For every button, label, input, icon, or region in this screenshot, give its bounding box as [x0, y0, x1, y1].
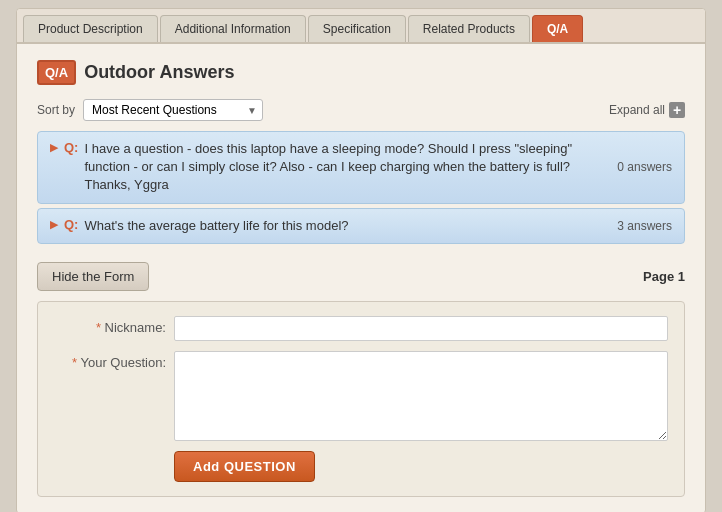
- question-row: * Your Question:: [54, 351, 668, 441]
- hide-form-button[interactable]: Hide the Form: [37, 262, 149, 291]
- qa-logo: Q/A: [37, 60, 76, 85]
- sort-bar: Sort by Most Recent Questions Most Answe…: [37, 99, 685, 121]
- add-question-button[interactable]: Add QUESTION: [174, 451, 315, 482]
- tabs-bar: Product Description Additional Informati…: [17, 9, 705, 44]
- sort-label: Sort by: [37, 103, 75, 117]
- tab-additional-information[interactable]: Additional Information: [160, 15, 306, 42]
- nickname-row: * Nickname:: [54, 316, 668, 341]
- qa-header: Q/A Outdoor Answers: [37, 60, 685, 85]
- tab-related-products[interactable]: Related Products: [408, 15, 530, 42]
- question-q-label-1: Q:: [64, 140, 78, 155]
- main-container: Product Description Additional Informati…: [16, 8, 706, 512]
- sort-select[interactable]: Most Recent Questions Most Answered Ques…: [83, 99, 263, 121]
- tab-qa[interactable]: Q/A: [532, 15, 583, 42]
- expand-all-icon: +: [669, 102, 685, 118]
- question-list: ▶ Q: I have a question - does this lapto…: [37, 131, 685, 244]
- question-q-label-2: Q:: [64, 217, 78, 232]
- question-label: * Your Question:: [54, 351, 174, 370]
- question-text-2: What's the average battery life for this…: [84, 217, 348, 235]
- submit-row: Add QUESTION: [54, 451, 668, 482]
- bottom-bar: Hide the Form Page 1: [37, 256, 685, 301]
- answer-count-1: 0 answers: [617, 160, 672, 174]
- tab-specification[interactable]: Specification: [308, 15, 406, 42]
- answer-count-2: 3 answers: [617, 219, 672, 233]
- question-arrow-2: ▶: [50, 218, 58, 231]
- question-textarea[interactable]: [174, 351, 668, 441]
- tab-product-description[interactable]: Product Description: [23, 15, 158, 42]
- question-arrow-1: ▶: [50, 141, 58, 154]
- page-info: Page 1: [643, 269, 685, 284]
- expand-all-button[interactable]: Expand all +: [609, 102, 685, 118]
- sort-select-wrapper: Most Recent Questions Most Answered Ques…: [83, 99, 263, 121]
- expand-all-label: Expand all: [609, 103, 665, 117]
- nickname-label: * Nickname:: [54, 316, 174, 335]
- question-form: * Nickname: * Your Question: Add QUESTIO…: [37, 301, 685, 497]
- qa-title: Outdoor Answers: [84, 62, 234, 83]
- question-text-1: I have a question - does this laptop hav…: [84, 140, 605, 195]
- nickname-input[interactable]: [174, 316, 668, 341]
- question-item-1[interactable]: ▶ Q: I have a question - does this lapto…: [37, 131, 685, 204]
- content-area: Q/A Outdoor Answers Sort by Most Recent …: [17, 44, 705, 512]
- question-item-2[interactable]: ▶ Q: What's the average battery life for…: [37, 208, 685, 244]
